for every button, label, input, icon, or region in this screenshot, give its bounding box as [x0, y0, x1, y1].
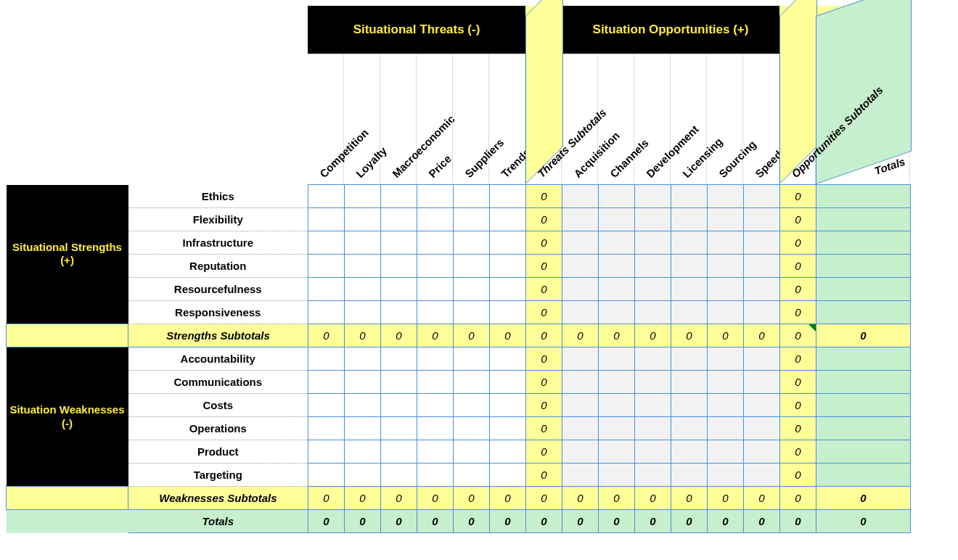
cell[interactable] [671, 417, 708, 440]
cell[interactable] [744, 185, 780, 208]
cell[interactable] [345, 417, 381, 440]
cell[interactable] [454, 371, 490, 394]
cell[interactable] [671, 278, 708, 301]
cell[interactable] [744, 394, 780, 417]
cell[interactable] [599, 440, 635, 464]
cell[interactable] [345, 440, 381, 464]
cell[interactable] [345, 255, 381, 278]
cell[interactable] [708, 255, 744, 278]
cell[interactable] [381, 185, 417, 208]
cell[interactable] [744, 417, 780, 440]
cell[interactable] [490, 231, 526, 255]
cell[interactable] [708, 417, 744, 440]
cell[interactable] [635, 417, 671, 440]
cell[interactable] [562, 231, 599, 255]
cell[interactable] [599, 417, 635, 440]
cell[interactable] [599, 255, 635, 278]
cell[interactable] [708, 464, 744, 487]
cell[interactable] [708, 347, 744, 371]
cell[interactable] [599, 347, 635, 371]
cell[interactable] [671, 185, 708, 208]
cell[interactable] [635, 208, 671, 231]
cell[interactable] [490, 464, 526, 487]
cell[interactable] [562, 347, 599, 371]
cell[interactable] [454, 417, 490, 440]
cell[interactable] [490, 371, 526, 394]
cell[interactable] [417, 440, 454, 464]
cell[interactable] [308, 417, 345, 440]
cell[interactable] [671, 371, 708, 394]
cell[interactable] [708, 301, 744, 324]
cell[interactable] [308, 278, 345, 301]
cell[interactable] [345, 347, 381, 371]
cell[interactable] [308, 464, 345, 487]
cell[interactable] [454, 347, 490, 371]
cell[interactable] [308, 347, 345, 371]
cell[interactable] [562, 464, 599, 487]
cell[interactable] [599, 394, 635, 417]
cell[interactable] [599, 231, 635, 255]
cell[interactable] [308, 208, 345, 231]
cell[interactable] [381, 347, 417, 371]
cell[interactable] [599, 278, 635, 301]
cell[interactable] [562, 394, 599, 417]
cell[interactable] [599, 301, 635, 324]
cell[interactable] [635, 371, 671, 394]
cell[interactable] [635, 255, 671, 278]
cell[interactable] [490, 440, 526, 464]
cell[interactable] [671, 301, 708, 324]
cell[interactable] [635, 440, 671, 464]
cell[interactable] [708, 208, 744, 231]
cell[interactable] [417, 464, 454, 487]
cell[interactable] [381, 231, 417, 255]
cell[interactable] [490, 394, 526, 417]
cell[interactable] [744, 255, 780, 278]
cell[interactable] [708, 371, 744, 394]
cell[interactable] [744, 278, 780, 301]
cell[interactable] [417, 301, 454, 324]
cell[interactable] [308, 394, 345, 417]
cell[interactable] [345, 301, 381, 324]
cell[interactable] [744, 440, 780, 464]
cell[interactable] [454, 464, 490, 487]
cell[interactable] [454, 278, 490, 301]
cell[interactable] [454, 301, 490, 324]
cell[interactable] [381, 278, 417, 301]
cell[interactable] [671, 347, 708, 371]
cell[interactable] [345, 278, 381, 301]
cell[interactable] [635, 464, 671, 487]
cell[interactable] [744, 464, 780, 487]
cell[interactable] [708, 278, 744, 301]
cell[interactable] [744, 347, 780, 371]
cell[interactable] [599, 464, 635, 487]
cell[interactable] [308, 255, 345, 278]
cell[interactable] [708, 394, 744, 417]
cell[interactable] [599, 371, 635, 394]
cell[interactable] [708, 185, 744, 208]
cell[interactable] [308, 371, 345, 394]
cell[interactable] [381, 394, 417, 417]
cell[interactable] [381, 417, 417, 440]
cell[interactable] [417, 255, 454, 278]
cell[interactable] [671, 440, 708, 464]
cell[interactable] [308, 231, 345, 255]
cell[interactable] [635, 394, 671, 417]
cell[interactable] [308, 301, 345, 324]
cell[interactable] [345, 231, 381, 255]
cell[interactable] [562, 185, 599, 208]
cell[interactable] [417, 371, 454, 394]
cell[interactable] [308, 185, 345, 208]
cell[interactable] [345, 208, 381, 231]
cell[interactable] [454, 208, 490, 231]
cell[interactable] [635, 301, 671, 324]
cell[interactable] [490, 301, 526, 324]
cell[interactable] [454, 440, 490, 464]
cell[interactable] [562, 440, 599, 464]
cell[interactable] [345, 371, 381, 394]
cell[interactable] [744, 208, 780, 231]
cell[interactable] [490, 208, 526, 231]
cell[interactable] [345, 185, 381, 208]
cell[interactable] [381, 255, 417, 278]
cell[interactable] [635, 185, 671, 208]
cell[interactable] [381, 440, 417, 464]
